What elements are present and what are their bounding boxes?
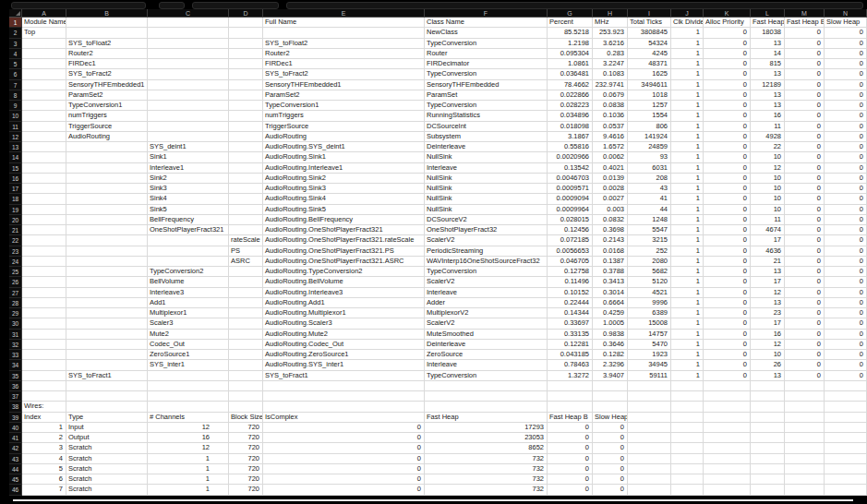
cell-A26[interactable] [22, 277, 66, 287]
cell-I4[interactable]: 4245 [628, 49, 671, 59]
cell-H2[interactable]: 253.923 [593, 28, 628, 38]
cell-E44[interactable]: 0 [263, 464, 425, 474]
cell-F17[interactable]: NullSink [425, 184, 548, 194]
cell-J38[interactable] [671, 402, 704, 412]
cell-N26[interactable]: 0 [825, 277, 867, 287]
cell-M38[interactable] [785, 402, 825, 412]
cell-D39[interactable]: Block Size [229, 413, 263, 423]
cell-I20[interactable]: 1248 [628, 215, 671, 225]
cell-K34[interactable]: 0 [704, 360, 751, 370]
cell-D2[interactable] [229, 28, 263, 38]
cell-N17[interactable]: 0 [825, 184, 867, 194]
cell-N22[interactable]: 0 [825, 235, 867, 246]
cell-H32[interactable]: 0.3646 [593, 340, 628, 350]
cell-D32[interactable] [229, 340, 263, 350]
cell-F16[interactable]: NullSink [425, 174, 548, 184]
cell-B29[interactable] [66, 308, 148, 318]
cell-F32[interactable]: Deinterleave [425, 340, 548, 350]
cell-C17[interactable]: Sink3 [148, 184, 229, 194]
cell-L13[interactable]: 22 [751, 142, 785, 152]
cell-N24[interactable]: 0 [825, 257, 867, 267]
cell-G24[interactable]: 0.046705 [548, 257, 593, 267]
cell-F23[interactable]: PeriodicStreaming [425, 246, 548, 257]
cell-B1[interactable] [66, 18, 148, 28]
cell-C6[interactable] [148, 69, 229, 79]
cell-I9[interactable]: 1257 [628, 101, 671, 111]
cell-A14[interactable] [22, 152, 66, 162]
cell-E4[interactable]: Router2 [263, 49, 425, 59]
cell-K7[interactable]: 0 [704, 80, 751, 90]
cell-E8[interactable]: ParamSet2 [263, 90, 425, 101]
cell-I5[interactable]: 48371 [628, 59, 671, 69]
cell-L16[interactable]: 10 [751, 174, 785, 184]
cell-I36[interactable] [628, 381, 671, 391]
cell-A32[interactable] [22, 340, 66, 350]
cell-K20[interactable]: 0 [704, 215, 751, 225]
cell-L18[interactable]: 10 [751, 194, 785, 204]
cell-B42[interactable]: Scratch [66, 443, 148, 453]
cell-J37[interactable] [671, 391, 704, 402]
cell-E6[interactable]: SYS_toFract2 [263, 69, 425, 79]
row-header-31[interactable]: 31 [9, 330, 22, 340]
cell-L43[interactable] [751, 454, 785, 464]
cell-J24[interactable]: 1 [671, 257, 704, 267]
cell-G44[interactable]: 0 [548, 464, 593, 474]
cell-N30[interactable]: 0 [825, 318, 867, 329]
cell-C19[interactable]: Sink5 [148, 205, 229, 215]
cell-N6[interactable]: 0 [825, 69, 867, 79]
cell-K3[interactable]: 0 [704, 39, 751, 49]
cell-N19[interactable]: 0 [825, 205, 867, 215]
cell-M37[interactable] [785, 391, 825, 402]
cell-L27[interactable]: 12 [751, 288, 785, 298]
cell-F45[interactable]: 732 [425, 474, 548, 485]
row-header-37[interactable]: 37 [9, 391, 22, 402]
cell-H39[interactable]: Slow Heap [593, 413, 628, 423]
cell-E2[interactable] [263, 28, 425, 38]
cell-I10[interactable]: 1554 [628, 111, 671, 121]
cell-B20[interactable] [66, 215, 148, 225]
cell-J29[interactable]: 1 [671, 308, 704, 318]
cell-M15[interactable]: 0 [785, 163, 825, 174]
cell-L2[interactable]: 18038 [751, 28, 785, 38]
cell-C39[interactable]: # Channels [148, 413, 229, 423]
cell-H13[interactable]: 1.6572 [593, 142, 628, 152]
cell-H20[interactable]: 0.0832 [593, 215, 628, 225]
cell-K5[interactable]: 0 [704, 59, 751, 69]
cell-D12[interactable] [229, 132, 263, 142]
cell-G23[interactable]: 0.0056653 [548, 246, 593, 257]
cell-J3[interactable]: 1 [671, 39, 704, 49]
cell-H37[interactable] [593, 391, 628, 402]
row-header-41[interactable]: 41 [9, 433, 22, 443]
cell-C32[interactable]: Codec_Out [148, 340, 229, 350]
cell-N39[interactable] [825, 413, 867, 423]
cell-E37[interactable] [263, 391, 425, 402]
cell-G4[interactable]: 0.095304 [548, 49, 593, 59]
cell-M35[interactable]: 0 [785, 371, 825, 381]
cell-F31[interactable]: MuteSmoothed [425, 330, 548, 340]
cell-H23[interactable]: 0.0168 [593, 246, 628, 257]
row-header-17[interactable]: 17 [9, 184, 22, 194]
cell-M44[interactable] [785, 464, 825, 474]
cell-F30[interactable]: ScalerV2 [425, 318, 548, 329]
cell-G34[interactable]: 0.78463 [548, 360, 593, 370]
cell-C1[interactable] [148, 18, 229, 28]
cell-B2[interactable] [66, 28, 148, 38]
cell-J41[interactable] [671, 433, 704, 443]
cell-B24[interactable] [66, 257, 148, 267]
cell-G17[interactable]: 0.0009571 [548, 184, 593, 194]
cell-L19[interactable]: 10 [751, 205, 785, 215]
cell-J30[interactable]: 1 [671, 318, 704, 329]
cell-C26[interactable]: BellVolume [148, 277, 229, 287]
cell-G11[interactable]: 0.018098 [548, 122, 593, 132]
cell-I46[interactable] [628, 485, 671, 495]
cell-M7[interactable]: 0 [785, 80, 825, 90]
cell-A41[interactable]: 2 [22, 433, 66, 443]
cell-J40[interactable] [671, 423, 704, 433]
cell-B3[interactable]: SYS_toFloat2 [66, 39, 148, 49]
cell-I44[interactable] [628, 464, 671, 474]
cell-J42[interactable] [671, 443, 704, 453]
cell-M2[interactable]: 0 [785, 28, 825, 38]
cell-L24[interactable]: 21 [751, 257, 785, 267]
cell-J8[interactable]: 1 [671, 90, 704, 101]
cell-E27[interactable]: AudioRouting.Interleave3 [263, 288, 425, 298]
